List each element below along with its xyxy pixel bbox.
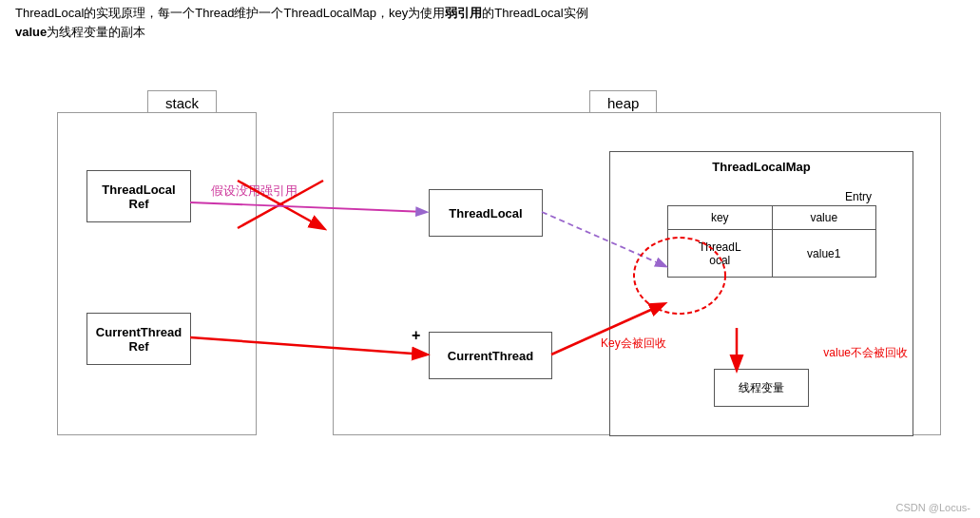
thread-variable-label: 线程变量 [739,380,784,396]
currentthread-label: CurrentThread [448,349,533,363]
threadlocal-box: ThreadLocal [429,189,543,237]
plus-sign: + [412,327,420,344]
value-header: value [772,206,876,230]
stack-box: ThreadLocalRef CurrentThreadRef [57,112,257,435]
heap-box: ThreadLocal CurrentThread + ThreadLocalM… [333,112,941,435]
entry-label: Entry [667,190,876,203]
value-no-recycle-label: value不会被回收 [823,345,908,361]
key-recycle-label: Key会被回收 [601,336,666,352]
jiashe-text: 假设没用强引用 [211,182,298,200]
entry-table: key value ThreadLocal value1 [667,205,876,278]
threadlocal-label: ThreadLocal [449,206,522,221]
text-line2: value为线程变量的副本 [15,25,145,39]
threadlocal-ref-label: ThreadLocalRef [102,182,175,211]
currentthread-ref-label: CurrentThreadRef [96,325,182,354]
top-text: ThreadLocal的实现原理，每一个Thread维护一个ThreadLoca… [10,0,970,45]
value-cell: value1 [772,230,876,278]
thread-variable-box: 线程变量 [714,369,809,407]
text-line1: ThreadLocal的实现原理，每一个Thread维护一个ThreadLoca… [15,6,588,20]
currentthread-box: CurrentThread [429,332,552,379]
key-cell: ThreadLocal [668,230,773,278]
entry-area: Entry key value ThreadLocal value1 [667,190,876,278]
threadlocalmap-label: ThreadLocalMap [712,160,810,174]
page-container: ThreadLocal的实现原理，每一个Thread维护一个ThreadLoca… [0,0,980,518]
threadlocal-ref-box: ThreadLocalRef [86,170,191,222]
watermark: CSDN @Locus- [896,502,970,513]
key-header: key [668,206,773,230]
threadlocalmap-box: ThreadLocalMap Entry key value ThreadLoc… [609,151,913,436]
currentthread-ref-box: CurrentThreadRef [86,313,191,365]
